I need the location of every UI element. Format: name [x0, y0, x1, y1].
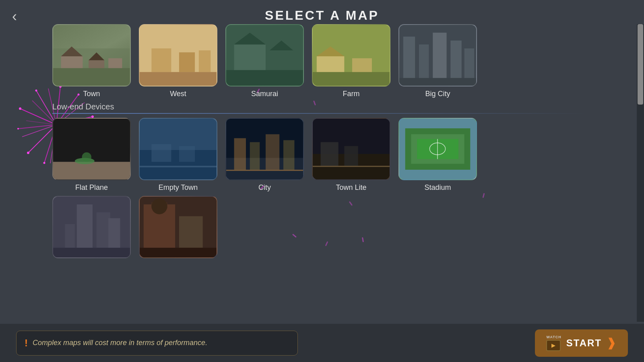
- map-card-bigcity[interactable]: Big City: [398, 24, 477, 98]
- map-name-samurai: Samurai: [251, 90, 278, 98]
- start-label: START: [566, 337, 602, 349]
- svg-rect-55: [450, 41, 461, 84]
- page-title: SELECT A MAP: [0, 0, 644, 27]
- svg-rect-45: [226, 70, 303, 86]
- svg-rect-96: [140, 248, 217, 257]
- start-button[interactable]: WATCH START ❱: [535, 329, 628, 357]
- map-name-town: Town: [83, 90, 100, 98]
- svg-rect-59: [53, 162, 130, 179]
- map-thumb-stadium: [398, 118, 477, 180]
- map-name-townlite: Town Lite: [336, 183, 366, 192]
- svg-rect-52: [403, 37, 415, 84]
- section-label-lowend: Low-end Devices: [52, 102, 620, 111]
- lowend-maps-row2: [20, 196, 620, 258]
- map-thumb-flatplane: [52, 118, 131, 180]
- svg-rect-57: [399, 78, 476, 86]
- svg-rect-72: [283, 140, 294, 169]
- bottom-bar: ! Complex maps will cost more in terms o…: [0, 324, 644, 362]
- map-card-town[interactable]: Town: [52, 24, 131, 98]
- svg-rect-69: [234, 138, 246, 170]
- map-thumb-building2: [139, 196, 217, 258]
- svg-rect-39: [140, 72, 217, 86]
- svg-point-61: [82, 152, 92, 162]
- map-card-townlite[interactable]: Town Lite: [312, 118, 390, 192]
- svg-rect-36: [151, 48, 171, 72]
- map-card-building2[interactable]: [139, 196, 217, 258]
- map-name-bigcity: Big City: [425, 90, 450, 98]
- map-thumb-bigcity: [398, 24, 477, 86]
- svg-rect-73: [226, 170, 303, 171]
- map-thumb-townlite: [312, 118, 390, 180]
- warning-text: Complex maps will cost more in terms of …: [33, 339, 207, 347]
- map-card-flatplane[interactable]: Flat Plane: [52, 118, 131, 192]
- svg-rect-38: [199, 50, 211, 72]
- svg-rect-76: [321, 142, 339, 166]
- svg-rect-50: [313, 72, 390, 86]
- map-name-city: City: [258, 183, 271, 192]
- back-button[interactable]: ‹: [12, 8, 17, 25]
- map-thumb-farm: [312, 24, 390, 86]
- map-thumb-city: [225, 118, 304, 180]
- svg-rect-63: [140, 150, 217, 179]
- map-name-west: West: [170, 90, 186, 98]
- svg-rect-34: [53, 68, 130, 86]
- watch-label: WATCH: [546, 335, 561, 339]
- svg-rect-66: [140, 166, 217, 167]
- map-thumb-town: [52, 24, 131, 86]
- map-thumb-emptytown: [139, 118, 217, 180]
- map-card-stadium[interactable]: Stadium: [398, 118, 477, 192]
- svg-rect-95: [179, 216, 203, 248]
- watch-icon: WATCH: [546, 335, 561, 351]
- warning-box: ! Complex maps will cost more in terms o…: [16, 331, 298, 356]
- svg-rect-37: [179, 52, 195, 72]
- svg-rect-77: [344, 146, 358, 166]
- svg-rect-41: [234, 45, 266, 72]
- map-card-samurai[interactable]: Samurai: [225, 24, 304, 98]
- chevron-right-icon: ❱: [607, 336, 617, 350]
- map-card-west[interactable]: West: [139, 24, 217, 98]
- svg-rect-54: [433, 33, 446, 84]
- map-card-emptytown[interactable]: Empty Town: [139, 118, 217, 192]
- svg-rect-71: [266, 134, 279, 170]
- map-thumb-building1: [52, 196, 131, 258]
- map-name-flatplane: Flat Plane: [75, 183, 108, 192]
- section-divider: [52, 113, 588, 114]
- warning-icon: !: [25, 337, 28, 349]
- top-maps-row: Town West Samurai Farm: [20, 24, 620, 98]
- film-icon: [546, 340, 561, 351]
- svg-rect-43: [270, 50, 293, 72]
- map-card-city[interactable]: City: [225, 118, 304, 192]
- svg-rect-65: [179, 146, 195, 162]
- map-thumb-west: [139, 24, 217, 86]
- svg-rect-90: [53, 248, 130, 257]
- map-name-farm: Farm: [343, 90, 360, 98]
- map-name-emptytown: Empty Town: [159, 183, 198, 192]
- map-card-farm[interactable]: Farm: [312, 24, 390, 98]
- svg-rect-64: [151, 144, 171, 162]
- scrollbar-thumb[interactable]: [638, 24, 643, 105]
- maps-scroll-container[interactable]: Town West Samurai Farm: [0, 24, 632, 322]
- scrollbar-track[interactable]: [637, 24, 644, 322]
- map-name-stadium: Stadium: [424, 183, 451, 192]
- svg-rect-78: [313, 166, 390, 167]
- svg-point-94: [151, 198, 167, 214]
- map-card-building1[interactable]: [52, 196, 131, 258]
- lowend-maps-row1: Flat Plane Empty Town City Town Lite: [20, 118, 620, 192]
- svg-rect-70: [250, 142, 260, 170]
- map-thumb-samurai: [225, 24, 304, 86]
